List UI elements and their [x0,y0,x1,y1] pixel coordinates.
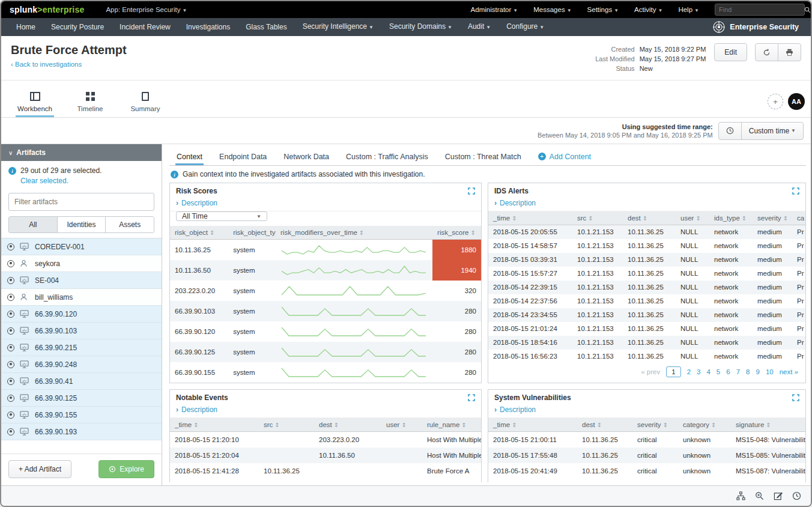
pagination-page[interactable]: 1 [666,366,680,377]
artifact-row[interactable]: 66.39.90.103 [1,323,162,339]
time-range-clock-button[interactable] [718,122,742,140]
selected-radio-icon[interactable] [7,361,14,368]
table-cell[interactable]: medium [753,267,792,281]
pagination-page[interactable]: 2 [687,368,691,375]
table-cell[interactable]: 10.1.21.153 [572,322,623,336]
artifact-row[interactable]: seykora [1,255,162,272]
table-cell[interactable]: Pr [792,267,805,281]
table-cell[interactable]: critical [632,463,678,479]
table-cell[interactable]: Pr [792,253,805,267]
table-cell[interactable]: Host With Multiple I [422,432,481,448]
table-cell[interactable]: critical [632,448,678,463]
table-cell[interactable]: NULL [676,253,709,267]
table-cell[interactable]: medium [753,308,792,322]
nav-home[interactable]: Home [8,18,43,36]
selected-radio-icon[interactable] [7,344,14,351]
table-cell[interactable]: network [709,239,753,253]
table-cell[interactable]: network [709,281,753,294]
table-cell[interactable]: medium [753,253,792,267]
nav-audit[interactable]: Audit▼ [460,17,498,37]
table-cell[interactable]: 66.39.90.103 [170,301,228,321]
table-cell[interactable]: system [228,383,276,383]
table-cell[interactable]: medium [753,294,792,308]
column-header[interactable]: _time⇕ [488,211,572,225]
column-header[interactable]: risk_score⇕ [432,226,481,240]
selected-radio-icon[interactable] [7,277,14,284]
column-header[interactable]: src⇕ [259,418,314,432]
selected-radio-icon[interactable] [7,311,14,318]
selected-radio-icon[interactable] [7,395,14,402]
table-cell[interactable]: 66.39.90.193 [170,383,228,383]
table-cell[interactable]: 10.11.36.25 [577,432,632,448]
filter-artifacts-input[interactable] [8,193,154,211]
table-cell[interactable]: 10.11.36.25 [623,322,676,336]
table-cell[interactable]: 10.1.21.153 [572,239,623,253]
table-cell[interactable]: critical [632,432,678,448]
table-cell[interactable]: 10.1.21.153 [572,253,623,267]
table-cell[interactable]: network [709,253,753,267]
menu-settings[interactable]: Settings▼ [587,6,619,13]
table-cell[interactable]: 2018-05-15 20:41:49 [488,463,577,479]
artifact-row[interactable]: SE-004 [1,272,162,289]
menu-help[interactable]: Help▼ [678,6,699,13]
table-cell[interactable]: 10.11.36.50 [170,260,228,281]
artifact-row[interactable]: COREDEV-001 [1,238,162,255]
pagination-page[interactable]: 5 [717,368,720,375]
table-cell[interactable]: 2018-05-15 03:39:31 [488,253,572,267]
pagination-page[interactable]: 9 [756,368,759,375]
table-cell[interactable]: 2018-05-15 21:00:11 [488,432,577,448]
table-cell[interactable]: 10.11.36.25 [623,239,676,253]
zoom-icon[interactable] [755,491,764,500]
tab-identities[interactable]: Identities [57,217,106,232]
selected-radio-icon[interactable] [7,378,14,385]
table-cell[interactable]: system [228,321,276,342]
column-header[interactable]: risk_modifiers_over_time⇕ [276,226,432,240]
table-cell[interactable]: 203.223.0.20 [314,432,381,448]
table-cell[interactable]: system [228,240,276,261]
column-header[interactable]: _time⇕ [170,418,259,432]
table-cell[interactable]: network [709,308,753,322]
add-artifact-button[interactable]: + Add Artifact [8,460,71,478]
table-cell[interactable]: NULL [676,322,709,336]
table-cell[interactable]: 10.11.36.25 [170,240,228,261]
table-cell[interactable]: network [709,350,753,363]
table-cell[interactable]: 2018-05-15 14:58:57 [488,239,572,253]
expand-panel-icon[interactable] [468,394,475,401]
table-cell[interactable]: 2018-05-15 21:41:28 [170,463,259,479]
tab-workbench[interactable]: Workbench [7,91,62,117]
table-cell[interactable]: NULL [676,225,709,239]
column-header[interactable]: dest⇕ [623,211,676,225]
column-header[interactable]: severity⇕ [632,418,678,432]
table-cell[interactable]: Pr [792,336,805,350]
table-cell[interactable]: network [709,322,753,336]
nav-configure[interactable]: Configure▼ [498,17,552,37]
artifact-row[interactable]: bill_williams [1,289,162,306]
table-cell[interactable]: 2018-05-14 23:34:55 [488,308,572,322]
nav-investigations[interactable]: Investigations [178,18,238,36]
tab-network-data[interactable]: Network Data [276,148,336,165]
pagination-page[interactable]: 8 [746,368,750,375]
back-to-investigations-link[interactable]: ‹ Back to investigations [11,61,82,68]
artifact-row[interactable]: 66.39.90.248 [1,356,162,373]
table-cell[interactable]: system [228,342,276,362]
table-cell[interactable]: 10.11.36.25 [623,253,676,267]
table-cell[interactable]: medium [753,336,792,350]
column-header[interactable]: src⇕ [572,211,623,225]
nav-incident-review[interactable]: Incident Review [112,18,178,36]
column-header[interactable]: risk_object⇕ [170,226,228,240]
table-cell[interactable]: 10.11.36.25 [623,308,676,322]
artifact-row[interactable]: 66.39.90.215 [1,339,162,356]
table-cell[interactable]: 10.1.21.153 [572,294,623,308]
nav-security-domains[interactable]: Security Domains▼ [381,17,460,37]
table-cell[interactable]: Pr [792,350,805,363]
table-cell[interactable]: Host With Multiple I [422,448,481,463]
table-cell[interactable]: 203.223.0.20 [170,281,228,301]
column-header[interactable]: ids_type⇕ [709,211,753,225]
table-cell[interactable]: 2018-05-14 22:39:15 [488,281,572,294]
table-cell[interactable]: 10.11.36.25 [623,281,676,294]
pagination-page[interactable]: 10 [766,368,774,375]
tab-context[interactable]: Context [169,148,210,165]
column-header[interactable]: user⇕ [381,418,422,432]
add-content-button[interactable]: +Add Content [531,153,599,161]
explore-button[interactable]: Explore [98,460,154,478]
